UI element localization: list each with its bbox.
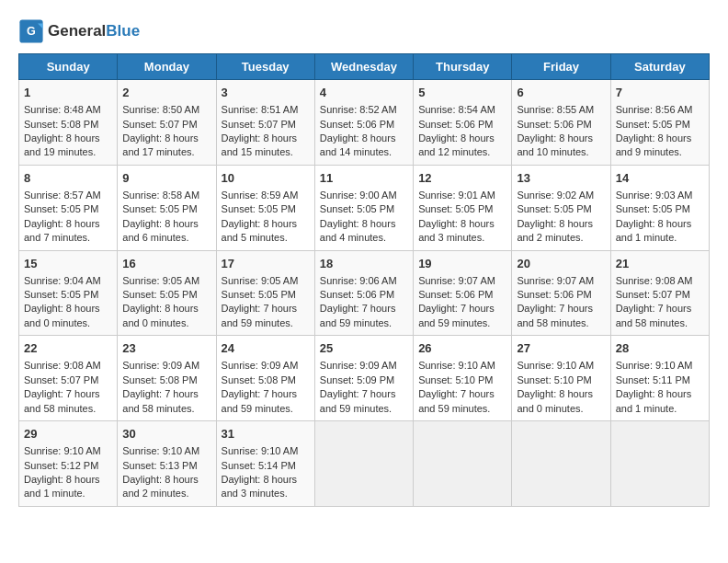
daylight-label: Daylight: 8 hours and 2 minutes. (517, 218, 593, 243)
day-number: 9 (122, 170, 210, 187)
daylight-label: Daylight: 7 hours and 59 minutes. (222, 303, 298, 327)
daylight-label: Daylight: 7 hours and 59 minutes. (320, 303, 396, 327)
daylight-label: Daylight: 8 hours and 10 minutes. (517, 132, 593, 157)
calendar-cell: 4Sunrise: 8:52 AMSunset: 5:06 PMDaylight… (314, 80, 413, 166)
day-number: 31 (222, 426, 310, 442)
daylight-label: Daylight: 7 hours and 59 minutes. (222, 388, 298, 413)
calendar-week-4: 22Sunrise: 9:08 AMSunset: 5:07 PMDayligh… (19, 336, 710, 421)
day-number: 14 (616, 170, 704, 187)
day-number: 18 (320, 256, 408, 272)
sunset-text: Sunset: 5:05 PM (320, 203, 394, 214)
sunset-text: Sunset: 5:05 PM (122, 203, 197, 214)
calendar-cell: 26Sunrise: 9:10 AMSunset: 5:10 PMDayligh… (414, 336, 512, 421)
daylight-label: Daylight: 8 hours and 14 minutes. (320, 132, 396, 157)
day-number: 20 (517, 256, 605, 272)
sunrise-text: Sunrise: 9:05 AM (222, 275, 299, 286)
calendar-cell (610, 421, 709, 507)
sunset-text: Sunset: 5:08 PM (222, 374, 296, 385)
day-number: 3 (222, 85, 310, 101)
calendar-cell: 15Sunrise: 9:04 AMSunset: 5:05 PMDayligh… (19, 250, 118, 336)
calendar-cell: 14Sunrise: 9:03 AMSunset: 5:05 PMDayligh… (610, 165, 709, 250)
day-number: 15 (24, 256, 112, 272)
sunrise-text: Sunrise: 9:03 AM (616, 190, 693, 201)
day-header-wednesday: Wednesday (314, 54, 413, 80)
day-number: 11 (320, 170, 408, 187)
calendar-cell: 20Sunrise: 9:07 AMSunset: 5:06 PMDayligh… (512, 250, 610, 336)
day-number: 19 (418, 256, 506, 272)
sunset-text: Sunset: 5:05 PM (222, 289, 296, 300)
daylight-label: Daylight: 8 hours and 7 minutes. (24, 218, 100, 243)
sunrise-text: Sunrise: 9:10 AM (616, 360, 693, 371)
day-number: 21 (616, 256, 704, 272)
calendar-cell: 27Sunrise: 9:10 AMSunset: 5:10 PMDayligh… (512, 336, 610, 421)
sunset-text: Sunset: 5:10 PM (517, 374, 591, 385)
day-header-friday: Friday (512, 54, 610, 80)
sunrise-text: Sunrise: 9:00 AM (320, 190, 397, 201)
day-header-monday: Monday (118, 54, 216, 80)
sunset-text: Sunset: 5:07 PM (122, 119, 197, 130)
daylight-label: Daylight: 8 hours and 12 minutes. (418, 132, 495, 157)
calendar-cell: 19Sunrise: 9:07 AMSunset: 5:06 PMDayligh… (414, 250, 512, 336)
calendar-cell: 7Sunrise: 8:56 AMSunset: 5:05 PMDaylight… (610, 80, 709, 166)
daylight-label: Daylight: 7 hours and 59 minutes. (418, 388, 495, 413)
sunrise-text: Sunrise: 9:10 AM (222, 445, 299, 456)
sunrise-text: Sunrise: 9:10 AM (24, 445, 101, 456)
day-number: 13 (517, 170, 605, 187)
calendar-cell: 1Sunrise: 8:48 AMSunset: 5:08 PMDaylight… (19, 80, 118, 166)
day-header-tuesday: Tuesday (216, 54, 314, 80)
daylight-label: Daylight: 8 hours and 2 minutes. (122, 474, 199, 499)
day-number: 5 (418, 85, 506, 101)
calendar-table: SundayMondayTuesdayWednesdayThursdayFrid… (18, 53, 710, 507)
sunset-text: Sunset: 5:06 PM (517, 119, 591, 130)
sunset-text: Sunset: 5:14 PM (222, 460, 296, 471)
sunset-text: Sunset: 5:05 PM (24, 203, 98, 214)
calendar-cell (414, 421, 512, 507)
sunset-text: Sunset: 5:06 PM (418, 119, 493, 130)
calendar-cell: 12Sunrise: 9:01 AMSunset: 5:05 PMDayligh… (414, 165, 512, 250)
calendar-cell: 17Sunrise: 9:05 AMSunset: 5:05 PMDayligh… (216, 250, 314, 336)
logo-icon: G (18, 18, 44, 44)
sunrise-text: Sunrise: 9:09 AM (320, 360, 397, 371)
daylight-label: Daylight: 7 hours and 59 minutes. (418, 303, 495, 327)
daylight-label: Daylight: 8 hours and 0 minutes. (517, 388, 593, 413)
calendar-cell: 9Sunrise: 8:58 AMSunset: 5:05 PMDaylight… (118, 165, 216, 250)
page-header: G GeneralBlue (18, 18, 710, 44)
day-number: 23 (122, 340, 210, 357)
calendar-cell: 6Sunrise: 8:55 AMSunset: 5:06 PMDaylight… (512, 80, 610, 166)
sunrise-text: Sunrise: 8:59 AM (222, 190, 299, 201)
daylight-label: Daylight: 7 hours and 58 minutes. (24, 388, 100, 413)
sunrise-text: Sunrise: 9:10 AM (517, 360, 594, 371)
sunset-text: Sunset: 5:05 PM (517, 203, 591, 214)
daylight-label: Daylight: 8 hours and 17 minutes. (122, 132, 199, 157)
calendar-cell: 28Sunrise: 9:10 AMSunset: 5:11 PMDayligh… (610, 336, 709, 421)
calendar-week-2: 8Sunrise: 8:57 AMSunset: 5:05 PMDaylight… (19, 165, 710, 250)
day-number: 1 (24, 85, 112, 101)
day-number: 27 (517, 340, 605, 357)
day-number: 26 (418, 340, 506, 357)
sunrise-text: Sunrise: 8:57 AM (24, 190, 101, 201)
sunrise-text: Sunrise: 8:58 AM (122, 190, 199, 201)
sunset-text: Sunset: 5:06 PM (418, 289, 493, 300)
daylight-label: Daylight: 8 hours and 5 minutes. (222, 218, 298, 243)
calendar-week-1: 1Sunrise: 8:48 AMSunset: 5:08 PMDaylight… (19, 80, 710, 166)
sunset-text: Sunset: 5:06 PM (320, 119, 394, 130)
day-header-sunday: Sunday (19, 54, 118, 80)
sunrise-text: Sunrise: 9:09 AM (222, 360, 299, 371)
daylight-label: Daylight: 8 hours and 1 minute. (616, 388, 692, 413)
daylight-label: Daylight: 8 hours and 0 minutes. (24, 303, 100, 327)
sunset-text: Sunset: 5:05 PM (122, 289, 197, 300)
daylight-label: Daylight: 7 hours and 58 minutes. (616, 303, 692, 327)
calendar-body: 1Sunrise: 8:48 AMSunset: 5:08 PMDaylight… (19, 80, 710, 507)
day-number: 2 (122, 85, 210, 101)
daylight-label: Daylight: 8 hours and 19 minutes. (24, 132, 100, 157)
daylight-label: Daylight: 8 hours and 4 minutes. (320, 218, 396, 243)
day-number: 7 (616, 85, 704, 101)
calendar-week-5: 29Sunrise: 9:10 AMSunset: 5:12 PMDayligh… (19, 421, 710, 507)
sunrise-text: Sunrise: 8:48 AM (24, 104, 101, 115)
sunset-text: Sunset: 5:07 PM (222, 119, 296, 130)
daylight-label: Daylight: 8 hours and 6 minutes. (122, 218, 199, 243)
sunrise-text: Sunrise: 9:10 AM (122, 445, 199, 456)
day-header-saturday: Saturday (610, 54, 709, 80)
sunrise-text: Sunrise: 8:56 AM (616, 104, 693, 115)
daylight-label: Daylight: 7 hours and 59 minutes. (320, 388, 396, 413)
